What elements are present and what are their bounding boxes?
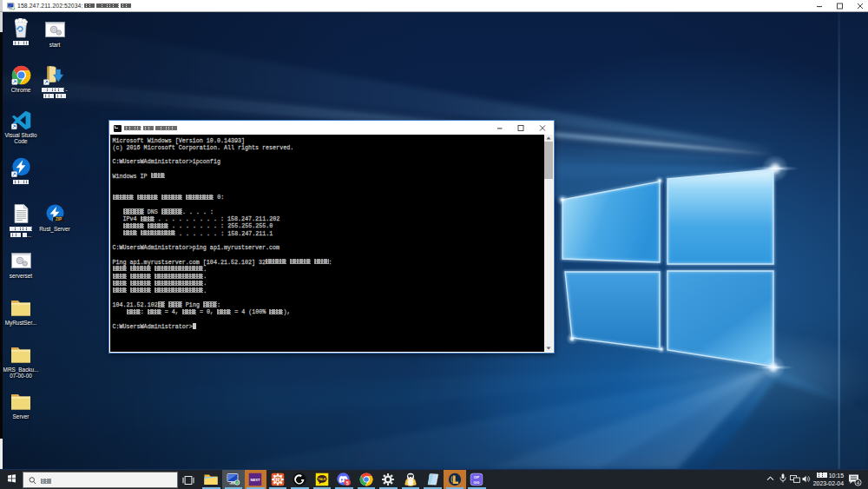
svg-text:R: R xyxy=(275,476,280,484)
svg-text:ZIP: ZIP xyxy=(55,217,61,221)
svg-text:OP: OP xyxy=(474,475,479,479)
svg-text:TALK: TALK xyxy=(318,478,326,481)
svg-text:NEXT: NEXT xyxy=(251,478,261,482)
svg-text:GG: GG xyxy=(474,480,480,485)
svg-text:5: 5 xyxy=(346,480,349,486)
